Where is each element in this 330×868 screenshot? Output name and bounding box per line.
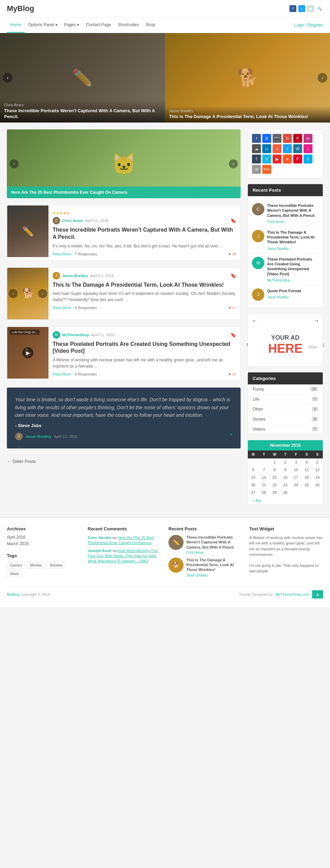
- sidebar-skype-icon[interactable]: S: [304, 155, 312, 163]
- post-2-likes-count: 17: [232, 306, 236, 310]
- category-videos: Videos 7: [248, 424, 323, 434]
- nav-item-home[interactable]: Home: [7, 18, 25, 33]
- play-button[interactable]: ▶: [22, 347, 33, 358]
- nav-item-pages[interactable]: Pages ▾: [61, 18, 82, 33]
- cal-cell: 23: [280, 481, 290, 489]
- sidebar-camera-icon[interactable]: 📷: [273, 134, 282, 143]
- twitter-header-icon[interactable]: t: [298, 5, 305, 12]
- calendar-prev-link[interactable]: « Apr: [253, 498, 262, 502]
- post-1-meta: C Chris Ames April 11, 2016 🔖: [53, 217, 236, 224]
- post-2-bookmark-icon[interactable]: 🔖: [230, 273, 236, 278]
- tag-work[interactable]: Work: [7, 570, 22, 577]
- nav-link-shop[interactable]: Shop: [142, 18, 159, 32]
- post-1-rating: ★★★★★: [53, 210, 236, 217]
- nav-item-shortcodes[interactable]: Shortcodes: [114, 18, 142, 33]
- sidebar-behance-icon[interactable]: B: [262, 134, 271, 143]
- nav-link-home[interactable]: Home: [7, 18, 25, 33]
- post-3-bookmark-icon[interactable]: 🔖: [230, 332, 236, 338]
- nav-item-options[interactable]: Options Panel ▾: [25, 18, 61, 33]
- sidebar-tumblr-icon[interactable]: T: [252, 155, 261, 163]
- carousel-next-button[interactable]: ›: [229, 159, 238, 168]
- login-register-link[interactable]: Login / Register: [294, 23, 323, 28]
- recent-post-1-title[interactable]: These Incredible Portraits Weren't Captu…: [267, 203, 319, 218]
- post-2-prev-button[interactable]: ‹: [9, 289, 18, 298]
- archive-april-link[interactable]: April 2016: [7, 535, 25, 540]
- footer-recent-title-1[interactable]: These Incredible Portraits Weren't Captu…: [186, 535, 242, 550]
- sidebar-android-icon[interactable]: A: [283, 155, 292, 163]
- facebook-header-icon[interactable]: f: [289, 5, 296, 12]
- slider-prev-button[interactable]: ‹: [3, 73, 12, 83]
- tag-movies[interactable]: Movies: [27, 562, 45, 569]
- youtube-header-icon[interactable]: ▶: [307, 5, 314, 12]
- slider-next-button[interactable]: ›: [318, 73, 327, 83]
- sidebar-email-icon[interactable]: ✉: [252, 165, 261, 174]
- tag-games[interactable]: Games: [7, 562, 25, 569]
- sidebar-vimeo-icon[interactable]: V: [262, 155, 271, 163]
- recent-post-3-title[interactable]: These Pixelated Portraits Are Created Us…: [267, 257, 319, 276]
- carousel-prev-button[interactable]: ‹: [10, 159, 19, 168]
- hero-slide-2: 🐕 Jason Bradley This Is The Damage A Pre…: [165, 33, 330, 123]
- footer-recent-post-1: ✏️ These Incredible Portraits Weren't Ca…: [168, 535, 242, 555]
- sidebar-rss-icon[interactable]: RSS: [262, 165, 271, 174]
- tag-review[interactable]: Review: [47, 562, 65, 569]
- footer-theme-link[interactable]: MyThemeShop.com: [276, 592, 309, 596]
- sidebar-instagram-icon[interactable]: In: [304, 134, 312, 143]
- cal-cell: 15: [269, 474, 280, 481]
- nav-item-shop[interactable]: Shop: [142, 18, 159, 33]
- category-stories-link[interactable]: Stories: [253, 417, 265, 422]
- post-1-author[interactable]: Chris Ames: [62, 219, 83, 223]
- footer-recent-thumb-2: 🐕: [168, 558, 184, 573]
- post-1-read-more[interactable]: Read More: [53, 252, 71, 256]
- sidebar-music-icon[interactable]: ♪: [304, 144, 312, 153]
- post-2-author[interactable]: Jason Bradley: [62, 274, 88, 278]
- footer-recent-thumb-1: ✏️: [168, 535, 184, 550]
- post-3-read-more[interactable]: Read More: [53, 372, 71, 376]
- category-videos-link[interactable]: Videos: [253, 427, 265, 432]
- sidebar-googleplus-icon[interactable]: G: [283, 134, 292, 143]
- post-card-2-inner: ‹ 🐕 › J Jason Bradley April 11, 2016 🔖 T…: [7, 268, 240, 319]
- nav-item-contact[interactable]: Contact Page: [82, 18, 114, 33]
- sidebar-soundcloud-icon[interactable]: ☁: [252, 144, 261, 153]
- recent-post-4-avatar: J: [252, 288, 264, 301]
- post-3-author[interactable]: MyThemeShop: [62, 333, 89, 337]
- nav-link-options[interactable]: Options Panel ▾: [25, 18, 61, 32]
- archive-march: March 2016: [7, 541, 81, 546]
- category-funny-link[interactable]: Funny: [253, 387, 264, 392]
- nav-list: Home Options Panel ▾ Pages ▾ Contact Pag…: [7, 18, 159, 33]
- nav-link-contact[interactable]: Contact Page: [82, 18, 114, 32]
- sidebar-path-icon[interactable]: P: [293, 155, 302, 163]
- category-funny: Funny 10: [248, 384, 323, 394]
- slide-1-title: These Incredible Portraits Weren't Captu…: [4, 108, 161, 120]
- cal-cell: 26: [312, 481, 323, 489]
- sidebar-wordpress-icon[interactable]: W: [293, 144, 302, 153]
- recent-post-4-title[interactable]: Quote Post Format: [267, 288, 301, 293]
- recent-post-2-title[interactable]: This Is The Damage A Presidential Term, …: [267, 230, 319, 245]
- category-other-link[interactable]: Other: [253, 407, 263, 412]
- sidebar-youtube-icon[interactable]: ▶: [273, 155, 282, 163]
- footer-brand-link[interactable]: MyBlog: [7, 592, 20, 596]
- post-3-excerpt: A lifetime of working with nuclear power…: [53, 357, 236, 369]
- older-posts-link[interactable]: ← Older Posts: [7, 459, 36, 464]
- recent-post-3-info: These Pixelated Portraits Are Created Us…: [267, 257, 319, 283]
- quote-meta-author[interactable]: Jason Bradley: [25, 434, 51, 438]
- archive-march-link[interactable]: March 2016: [7, 541, 29, 546]
- post-1-bookmark-icon[interactable]: 🔖: [230, 218, 236, 223]
- footer-recent-title-2[interactable]: This Is The Damage A Presidential Term, …: [186, 558, 242, 572]
- category-life-link[interactable]: Life: [253, 397, 259, 402]
- search-icon[interactable]: 🔍: [316, 5, 323, 12]
- post-2-read-more[interactable]: Read More: [53, 306, 71, 310]
- nav-link-pages[interactable]: Pages ▾: [61, 18, 82, 32]
- back-to-top-button[interactable]: ▲: [312, 590, 323, 599]
- sidebar-linkedin-icon[interactable]: Li: [262, 144, 271, 153]
- sidebar-facebook-icon[interactable]: f: [252, 134, 261, 143]
- footer-copyright-text: Copyright © 2016.: [21, 592, 51, 596]
- cal-cell: 13: [248, 474, 258, 481]
- post-2-content: J Jason Bradley April 11, 2016 🔖 This Is…: [48, 268, 240, 319]
- post-2-next-button[interactable]: ›: [38, 289, 47, 298]
- sidebar-twitter-icon[interactable]: t: [283, 144, 292, 153]
- nav-link-shortcodes[interactable]: Shortcodes: [114, 18, 142, 32]
- quote-avatar: J: [15, 433, 23, 440]
- sidebar-cloud-icon[interactable]: ♫: [273, 144, 282, 153]
- post-2-responses: 4 Responses: [75, 306, 97, 310]
- sidebar-pinterest-icon[interactable]: P: [293, 134, 302, 143]
